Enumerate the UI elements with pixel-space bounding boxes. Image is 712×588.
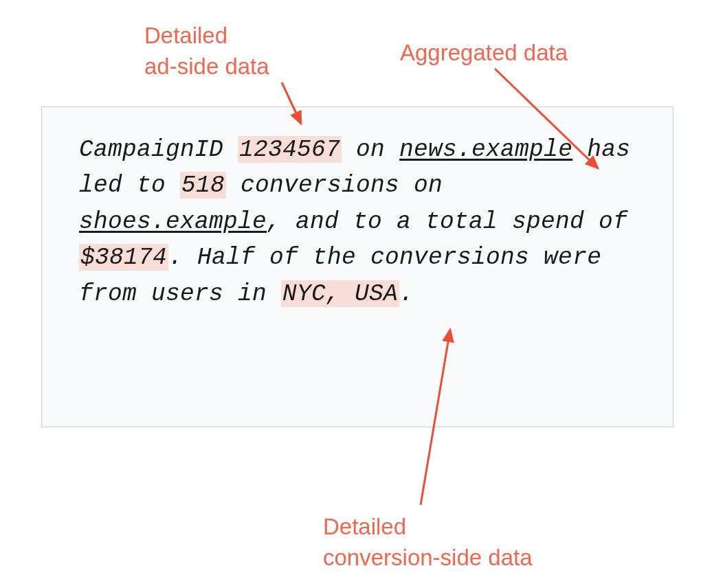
example-content-box: CampaignID 1234567 on news.example has l… <box>41 106 674 427</box>
highlight-campaign-id: 1234567 <box>238 136 342 163</box>
highlight-conversions: 518 <box>180 172 226 199</box>
example-text: CampaignID 1234567 on news.example has l… <box>79 132 636 312</box>
annotation-conversion-side-line1: Detailed <box>323 514 406 539</box>
annotation-ad-side-line2: ad-side data <box>144 54 269 79</box>
text-part7: . <box>399 280 414 307</box>
text-part5: , and to a total spend of <box>267 208 627 235</box>
annotation-ad-side: Detailed ad-side data <box>144 21 269 82</box>
link-shoes-site: shoes.example <box>79 208 267 235</box>
text-part2: on <box>342 136 399 163</box>
link-news-site: news.example <box>399 136 572 163</box>
highlight-location: NYC, USA <box>281 280 399 307</box>
text-part4: conversions on <box>226 172 443 199</box>
text-part1: CampaignID <box>79 136 238 163</box>
highlight-spend: $38174 <box>79 244 168 271</box>
annotation-ad-side-line1: Detailed <box>144 23 227 48</box>
annotation-conversion-side-line2: conversion-side data <box>323 545 533 570</box>
annotation-aggregated: Aggregated data <box>400 40 568 66</box>
annotation-conversion-side: Detailed conversion-side data <box>323 512 533 573</box>
annotation-aggregated-text: Aggregated data <box>400 40 568 65</box>
